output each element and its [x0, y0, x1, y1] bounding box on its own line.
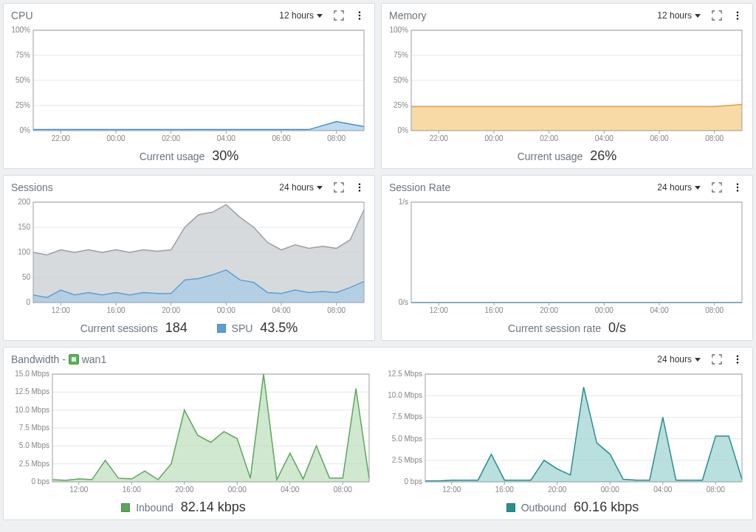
svg-text:00:00: 00:00 — [595, 306, 614, 314]
chart: 0%25%50%75%100%22:0000:0002:0004:0006:00… — [386, 26, 746, 144]
svg-text:12:00: 12:00 — [430, 306, 448, 314]
panel-title: CPU — [11, 10, 270, 21]
svg-text:08:00: 08:00 — [705, 134, 724, 142]
svg-text:50%: 50% — [394, 76, 408, 84]
panel-session-rate: Session Rate 24 hours 0/s1/s12:0016:0020… — [381, 175, 753, 341]
svg-text:20:00: 20:00 — [548, 486, 566, 494]
svg-point-99 — [737, 359, 738, 360]
svg-text:100%: 100% — [11, 26, 30, 34]
dashboard-grid: CPU 12 hours 0%25%50%75%100%22:0000:0002… — [0, 0, 756, 523]
svg-text:0 bps: 0 bps — [32, 477, 49, 486]
time-range-select[interactable]: 12 hours — [654, 9, 704, 22]
panel-cpu: CPU 12 hours 0%25%50%75%100%22:0000:0002… — [3, 3, 375, 169]
more-menu-icon[interactable] — [730, 352, 745, 367]
svg-text:20:00: 20:00 — [175, 486, 193, 494]
svg-text:1/s: 1/s — [399, 198, 408, 206]
time-range-select[interactable]: 24 hours — [276, 181, 326, 194]
chevron-down-icon — [695, 186, 701, 190]
svg-text:10.0 Mbps: 10.0 Mbps — [388, 391, 422, 399]
svg-text:04:00: 04:00 — [217, 134, 236, 142]
chart-outbound: 0 bps2.5 Mbps5.0 Mbps7.5 Mbps10.0 Mbps12… — [381, 370, 746, 495]
svg-text:06:00: 06:00 — [650, 134, 668, 142]
svg-text:12.5 Mbps: 12.5 Mbps — [388, 370, 422, 378]
svg-text:5.0 Mbps: 5.0 Mbps — [19, 441, 49, 449]
svg-text:20:00: 20:00 — [162, 306, 180, 314]
svg-text:0: 0 — [26, 298, 30, 306]
panel-sessions: Sessions 24 hours 05010015020012:0016:00… — [3, 175, 375, 341]
svg-text:04:00: 04:00 — [650, 306, 668, 314]
panel-title: Session Rate — [389, 182, 648, 193]
chevron-down-icon — [317, 14, 323, 18]
svg-text:12:00: 12:00 — [52, 306, 70, 314]
svg-text:25%: 25% — [16, 101, 30, 109]
panel-title: Bandwidth - wan1 — [11, 353, 648, 365]
svg-point-2 — [359, 18, 360, 19]
svg-text:04:00: 04:00 — [595, 134, 614, 142]
chart-inbound: 0 bps2.5 Mbps5.0 Mbps7.5 Mbps10.0 Mbps12… — [8, 370, 374, 495]
svg-point-28 — [737, 18, 738, 19]
svg-point-1 — [359, 15, 360, 16]
svg-rect-85 — [411, 202, 742, 303]
svg-text:08:00: 08:00 — [327, 134, 346, 142]
svg-text:00:00: 00:00 — [601, 486, 619, 494]
svg-text:5.0 Mbps: 5.0 Mbps — [392, 435, 422, 443]
panel-footer: Current session rate 0/s — [382, 317, 752, 340]
svg-point-27 — [737, 15, 738, 16]
svg-text:100%: 100% — [389, 26, 408, 34]
svg-text:2.5 Mbps: 2.5 Mbps — [392, 456, 422, 464]
svg-text:0%: 0% — [398, 126, 409, 134]
time-range-select[interactable]: 24 hours — [654, 181, 704, 194]
svg-text:0/s: 0/s — [399, 298, 408, 306]
time-range-select[interactable]: 24 hours — [654, 353, 704, 366]
time-range-select[interactable]: 12 hours — [276, 9, 326, 22]
svg-text:50%: 50% — [16, 76, 30, 84]
svg-text:16:00: 16:00 — [106, 306, 125, 314]
svg-text:16:00: 16:00 — [495, 486, 514, 494]
chart: 05010015020012:0016:0020:0000:0004:0008:… — [8, 198, 368, 316]
svg-text:2.5 Mbps: 2.5 Mbps — [19, 460, 49, 468]
svg-text:7.5 Mbps: 7.5 Mbps — [392, 412, 422, 421]
svg-point-53 — [359, 187, 360, 188]
svg-text:22:00: 22:00 — [430, 134, 448, 142]
svg-text:00:00: 00:00 — [217, 306, 236, 314]
chart: 0%25%50%75%100%22:0000:0002:0004:0006:00… — [8, 26, 368, 144]
more-menu-icon[interactable] — [352, 180, 367, 195]
expand-icon[interactable] — [709, 180, 724, 195]
svg-point-54 — [359, 190, 360, 191]
svg-text:08:00: 08:00 — [327, 306, 346, 314]
more-menu-icon[interactable] — [730, 180, 745, 195]
svg-text:50: 50 — [22, 273, 31, 281]
svg-text:75%: 75% — [16, 51, 30, 59]
svg-point-80 — [737, 190, 738, 191]
more-menu-icon[interactable] — [352, 8, 367, 23]
svg-text:0 bps: 0 bps — [405, 477, 422, 486]
svg-text:08:00: 08:00 — [334, 486, 352, 494]
svg-text:00:00: 00:00 — [484, 134, 503, 142]
legend-swatch-inbound — [121, 503, 130, 512]
svg-text:0%: 0% — [20, 126, 31, 134]
svg-text:10.0 Mbps: 10.0 Mbps — [15, 406, 49, 414]
expand-icon[interactable] — [331, 8, 346, 23]
svg-text:15.0 Mbps: 15.0 Mbps — [15, 370, 49, 378]
svg-point-0 — [359, 11, 360, 13]
chart: 0/s1/s12:0016:0020:0000:0004:0008:00 — [386, 198, 746, 316]
svg-text:25%: 25% — [394, 101, 408, 109]
panel-title: Sessions — [11, 182, 270, 193]
expand-icon[interactable] — [709, 352, 724, 367]
panel-bandwidth: Bandwidth - wan1 24 hours 0 bps2.5 Mbps5… — [3, 347, 753, 520]
panel-memory: Memory 12 hours 0%25%50%75%100%22:0000:0… — [381, 3, 753, 169]
svg-point-78 — [737, 183, 738, 184]
panel-title: Memory — [389, 10, 648, 21]
expand-icon[interactable] — [331, 180, 346, 195]
svg-point-26 — [737, 11, 738, 13]
panel-footer: Current usage 30% — [4, 145, 374, 168]
svg-text:12.5 Mbps: 12.5 Mbps — [15, 387, 49, 395]
expand-icon[interactable] — [709, 8, 724, 23]
svg-text:7.5 Mbps: 7.5 Mbps — [19, 424, 49, 432]
svg-point-52 — [359, 183, 360, 184]
svg-text:00:00: 00:00 — [228, 486, 247, 494]
more-menu-icon[interactable] — [730, 8, 745, 23]
svg-text:75%: 75% — [394, 51, 408, 59]
svg-text:04:00: 04:00 — [281, 486, 299, 494]
interface-icon — [69, 354, 79, 365]
